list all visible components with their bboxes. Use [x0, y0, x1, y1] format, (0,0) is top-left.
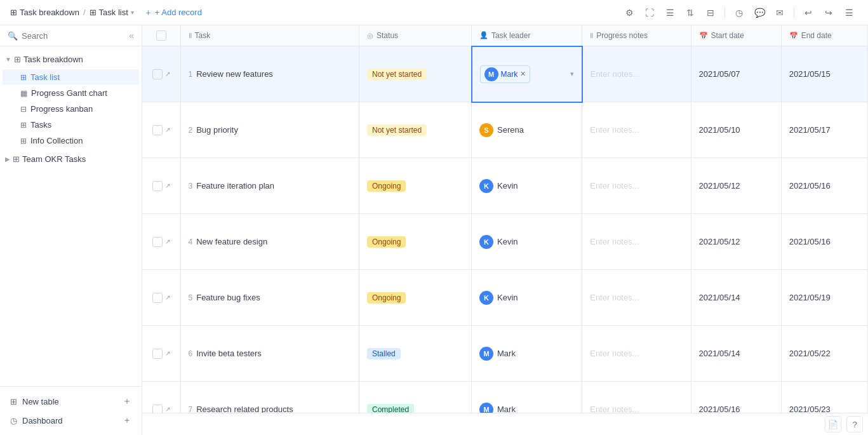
- notes-cell[interactable]: Enter notes...: [582, 382, 691, 413]
- row-checkbox[interactable]: [152, 349, 163, 359]
- sidebar-new-table[interactable]: ⊞ New table ＋: [5, 392, 137, 411]
- task-cell[interactable]: 1Review new features: [180, 46, 359, 102]
- sidebar-dashboard[interactable]: ◷ Dashboard ＋: [5, 411, 137, 430]
- row-checkbox[interactable]: [152, 181, 163, 191]
- leader-remove-button[interactable]: ✕: [520, 70, 526, 78]
- redo-button[interactable]: ↪: [820, 4, 838, 22]
- start-date-cell[interactable]: 2021/05/14: [691, 270, 781, 326]
- sidebar-group-header-task-breakdown[interactable]: ▼ ⊞ Task breakdown ＋ •••: [0, 49, 142, 69]
- col-status[interactable]: ◎ Status: [359, 25, 472, 46]
- start-date-cell[interactable]: 2021/05/12: [691, 158, 781, 214]
- start-date-cell[interactable]: 2021/05/16: [691, 382, 781, 413]
- expand-icon[interactable]: ↗: [165, 126, 170, 133]
- sidebar-item-info-collection[interactable]: ⊞ Info Collection •••: [3, 133, 139, 149]
- sidebar-collapse-button[interactable]: «: [129, 30, 134, 41]
- filter-button[interactable]: ⛶: [641, 4, 658, 22]
- start-date-cell[interactable]: 2021/05/14: [691, 326, 781, 382]
- expand-icon[interactable]: ↗: [165, 70, 170, 77]
- history-button[interactable]: ◷: [730, 4, 748, 22]
- leader-cell[interactable]: S Serena: [472, 102, 582, 158]
- sidebar-item-gantt[interactable]: ▦ Progress Gantt chart •••: [3, 85, 139, 101]
- status-cell[interactable]: Not yet started: [359, 102, 472, 158]
- header-checkbox[interactable]: [156, 30, 166, 41]
- undo-button[interactable]: ↩: [799, 4, 817, 22]
- leader-tag: M Mark ✕: [480, 65, 531, 83]
- col-progress-notes[interactable]: Ⅱ Progress notes: [582, 25, 691, 46]
- group-more-button[interactable]: •••: [124, 53, 137, 65]
- notes-cell[interactable]: Enter notes...: [582, 158, 691, 214]
- end-date-cell[interactable]: 2021/05/22: [781, 326, 867, 382]
- expand-icon[interactable]: ↗: [165, 406, 170, 413]
- settings-button[interactable]: ⚙: [620, 4, 638, 22]
- group-button[interactable]: ⊟: [702, 4, 719, 22]
- end-date-cell[interactable]: 2021/05/17: [781, 102, 867, 158]
- status-cell[interactable]: Completed: [359, 382, 472, 413]
- expand-icon[interactable]: ↗: [165, 182, 170, 189]
- status-cell[interactable]: Ongoing: [359, 214, 472, 270]
- sidebar-group-header-okr[interactable]: ▶ ⊞ Team OKR Tasks ＋ •••: [0, 149, 142, 169]
- leader-cell[interactable]: M Mark: [472, 382, 582, 413]
- task-cell[interactable]: 5Feature bug fixes: [180, 270, 359, 326]
- end-date-cell[interactable]: 2021/05/23: [781, 382, 867, 413]
- sidebar-item-task-list[interactable]: ⊞ Task list •••: [3, 69, 139, 85]
- col-task-leader[interactable]: 👤 Task leader: [472, 25, 582, 46]
- expand-icon[interactable]: ↗: [165, 294, 170, 301]
- status-cell[interactable]: Not yet started: [359, 46, 472, 102]
- row-checkbox[interactable]: [152, 237, 163, 247]
- notes-cell[interactable]: Enter notes...: [582, 214, 691, 270]
- task-cell[interactable]: 2Bug priority: [180, 102, 359, 158]
- comments-button[interactable]: 💬: [751, 4, 768, 22]
- notes-cell[interactable]: Enter notes...: [582, 46, 691, 102]
- task-cell[interactable]: 3Feature iteration plan: [180, 158, 359, 214]
- task-cell[interactable]: 6Invite beta testers: [180, 326, 359, 382]
- row-checkbox[interactable]: [152, 293, 163, 303]
- group-okr-add-button[interactable]: ＋: [110, 152, 123, 165]
- col-end-date[interactable]: 📅 End date: [781, 25, 867, 46]
- end-date-cell[interactable]: 2021/05/16: [781, 158, 867, 214]
- row-checkbox[interactable]: [152, 125, 163, 135]
- sort-button[interactable]: ⇅: [681, 4, 699, 22]
- end-date-cell[interactable]: 2021/05/15: [781, 46, 867, 102]
- start-date-cell[interactable]: 2021/05/07: [691, 46, 781, 102]
- notes-cell[interactable]: Enter notes...: [582, 326, 691, 382]
- add-record-button[interactable]: ＋ + Add record: [138, 4, 208, 21]
- notes-cell[interactable]: Enter notes...: [582, 270, 691, 326]
- leader-cell[interactable]: K Kevin: [472, 158, 582, 214]
- end-date-cell[interactable]: 2021/05/19: [781, 270, 867, 326]
- leader-cell[interactable]: K Kevin: [472, 270, 582, 326]
- gantt-icon-item: ▦: [20, 89, 27, 98]
- group-okr-more-button[interactable]: •••: [124, 152, 137, 165]
- notes-cell[interactable]: Enter notes...: [582, 102, 691, 158]
- task-cell[interactable]: 7Research related products: [180, 382, 359, 413]
- help-icon-button[interactable]: ?: [846, 416, 863, 432]
- new-table-add-button[interactable]: ＋: [123, 396, 131, 407]
- col-task[interactable]: Ⅱ Task: [180, 25, 359, 46]
- search-input[interactable]: [22, 31, 125, 41]
- expand-icon[interactable]: ↗: [165, 238, 170, 245]
- status-cell[interactable]: Stalled: [359, 326, 472, 382]
- group-add-button[interactable]: ＋: [110, 53, 123, 65]
- row-checkbox[interactable]: [152, 405, 163, 413]
- dashboard-add-button[interactable]: ＋: [123, 415, 131, 426]
- row-checkbox[interactable]: [152, 69, 163, 79]
- fields-button[interactable]: ☰: [661, 4, 679, 22]
- leader-cell[interactable]: M Mark ✕ ▾: [472, 46, 582, 102]
- summary-button[interactable]: ☰: [840, 4, 858, 22]
- task-cell[interactable]: 4New feature design: [180, 214, 359, 270]
- doc-icon-button[interactable]: 📄: [825, 416, 841, 432]
- sidebar-item-kanban[interactable]: ⊟ Progress kanban •••: [3, 101, 139, 117]
- start-date-cell[interactable]: 2021/05/12: [691, 214, 781, 270]
- leader-cell[interactable]: K Kevin: [472, 214, 582, 270]
- sidebar-item-tasks[interactable]: ⊞ Tasks •••: [3, 117, 139, 133]
- status-cell[interactable]: Ongoing: [359, 158, 472, 214]
- leader-cell[interactable]: M Mark: [472, 326, 582, 382]
- leader-dropdown-button[interactable]: ▾: [570, 70, 574, 78]
- breadcrumb-task-breakdown[interactable]: ⊞ Task breakdown: [10, 8, 79, 17]
- status-cell[interactable]: Ongoing: [359, 270, 472, 326]
- chat-button[interactable]: ✉: [771, 4, 789, 22]
- start-date-cell[interactable]: 2021/05/10: [691, 102, 781, 158]
- col-start-date[interactable]: 📅 Start date: [691, 25, 781, 46]
- end-date-cell[interactable]: 2021/05/16: [781, 214, 867, 270]
- breadcrumb-task-list[interactable]: ⊞ Task list ▾: [90, 8, 134, 17]
- expand-icon[interactable]: ↗: [165, 350, 170, 357]
